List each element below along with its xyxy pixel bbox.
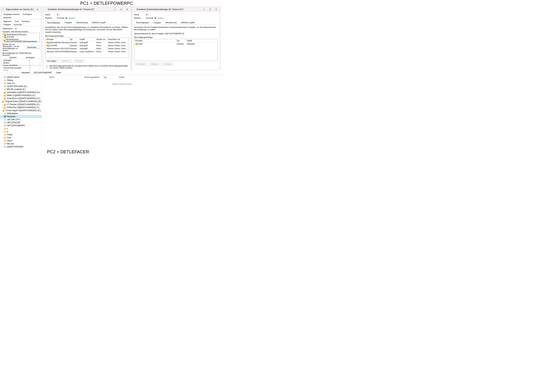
list-item[interactable]: SYSTEM (3, 36, 39, 38)
tab-kontingent[interactable]: Kontingent (21, 13, 33, 16)
chevron-icon[interactable]: › (1, 134, 3, 136)
tree-node[interactable]: ›Acer (C:) (0, 82, 42, 85)
tree-node[interactable]: ›DETLEFACER (0, 121, 42, 124)
add-button[interactable]: Hinzufügen (45, 60, 58, 62)
tab-freigabe[interactable]: Freigabe (151, 21, 163, 24)
chevron-icon[interactable]: › (1, 80, 3, 81)
maximize-button[interactable]: ▢ (207, 7, 213, 11)
remove-button[interactable]: Entfernen (149, 62, 160, 65)
tree-node[interactable]: ›Public (0, 133, 42, 136)
chevron-icon[interactable]: › (1, 113, 3, 114)
replace-checkbox-row[interactable]: Alle Berechtigungseinträge für untergeor… (45, 64, 129, 71)
tree-node[interactable]: ›fritz.box (0, 142, 42, 145)
chevron-icon[interactable]: › (1, 91, 3, 93)
tab-freigabe[interactable]: Freigabe (2, 23, 12, 26)
table-row[interactable]: SYSTEMZulassenVollzugriffKeineDiesen Ord… (45, 44, 129, 47)
tree-node[interactable]: ›Users (0, 139, 42, 142)
nav-recent-icon[interactable]: ⌄ (10, 71, 12, 74)
table-row[interactable]: Authentifizierte BenutzerZulassenVollzug… (45, 41, 129, 44)
chevron-icon[interactable]: ⌄ (1, 116, 3, 118)
entries-table[interactable]: Prinzipal Typ Zugriff JederZulassenVollz… (134, 39, 218, 61)
minimize-button[interactable]: — (112, 7, 118, 11)
view-button[interactable]: Anzeigen (162, 62, 173, 65)
breadcrumb[interactable]: DETLEFPOWERPC (34, 71, 52, 74)
titlebar[interactable]: Eigenschaften von Volume (D:) ✕ (1, 7, 41, 12)
chevron-icon[interactable]: › (1, 110, 2, 111)
table-row[interactable]: JederZulassenVollzugriff (134, 42, 218, 45)
replace-checkbox[interactable] (46, 66, 48, 68)
column-headers[interactable]: Name˄ Änderungsdatum Typ Größe (42, 75, 224, 80)
nav-back-icon[interactable]: ← (1, 71, 4, 74)
tree-node[interactable]: ⌄Netzwerk (0, 115, 42, 118)
chevron-icon[interactable]: › (1, 146, 3, 148)
titlebar[interactable]: Erweiterte Sicherheitseinstellungen für … (43, 7, 131, 12)
tree-node[interactable]: ›IT-Themen (\\QNAP3-HS453DX) (X:) (0, 103, 42, 106)
close-button[interactable]: ✕ (34, 7, 40, 11)
chevron-icon[interactable]: › (1, 137, 3, 139)
tree-node[interactable]: ›Videos (0, 79, 42, 82)
chevron-icon[interactable]: › (1, 140, 3, 142)
tab-allgemein[interactable]: Allgemein (2, 20, 13, 23)
tab-berechtigungen[interactable]: Berechtigungen (134, 21, 151, 24)
tree-node[interactable]: ›d (0, 130, 42, 133)
chevron-icon[interactable]: › (1, 98, 3, 99)
tree-node[interactable]: ›c (0, 127, 42, 130)
tree-node[interactable]: ›iTunes-Apple (\\QNAP3-HS453DX) (Z:) (0, 109, 42, 112)
tree-node[interactable]: ›Final-Filme (\\QNAP3-HS453DX) (V:) (0, 97, 42, 100)
chevron-icon[interactable]: › (1, 119, 3, 121)
tab-hardware[interactable]: Hardware (20, 20, 31, 23)
list-item[interactable]: Administratoren (DETLEFPOWERPC\Administr… (3, 38, 39, 42)
chevron-icon[interactable]: ⌄ (1, 125, 3, 127)
table-row[interactable]: Benutzer (DETLEFPOWERPC\Ben...ZulassenLe… (45, 50, 129, 53)
address-bar[interactable]: ← → ⌄ ↑ › Netzwerk › DETLEFPOWERPC › Use… (0, 70, 224, 75)
tree-node[interactable]: ›Bilder (\\QNAP3-HS453DX) (U:) (0, 94, 42, 97)
chevron-icon[interactable]: › (1, 89, 3, 90)
chevron-icon[interactable]: › (1, 107, 3, 109)
list-item[interactable]: Authentifizierte Benutzer (3, 33, 39, 36)
nav-up-icon[interactable]: ↑ (13, 71, 16, 74)
chevron-icon[interactable]: › (1, 101, 1, 102)
tree-node[interactable]: ›192-168-178-1 (0, 118, 42, 121)
tab-effektiver-zugriff[interactable]: Effektiver Zugriff (179, 21, 197, 24)
tree-node[interactable]: ›BD-RE-Laufwerk (F:) (0, 88, 42, 91)
tree-node[interactable]: ⌄DETLEFPOWERPC (0, 124, 42, 127)
tree-node[interactable]: ›Bibliotheken (0, 112, 42, 115)
chevron-icon[interactable]: › (1, 85, 3, 87)
breadcrumb[interactable]: Users (56, 71, 61, 74)
close-button[interactable]: ✕ (124, 7, 130, 11)
chevron-icon[interactable]: › (1, 94, 3, 96)
tab-sicherheit[interactable]: Sicherheit (12, 23, 23, 26)
tab-effektiver-zugriff[interactable]: Effektiver Zugriff (90, 21, 108, 24)
tree-node[interactable]: ›QNAP3-HS453DX (0, 145, 42, 148)
groups-listbox[interactable]: Authentifizierte Benutzer SYSTEM Adminis… (2, 33, 40, 42)
tree-node[interactable]: ›Immobilien (\\QNAP3-HS453DX) (S:) (0, 91, 42, 94)
edit-button[interactable]: Bearbeiten... (26, 46, 40, 49)
chevron-icon[interactable]: › (1, 76, 3, 78)
change-owner-link[interactable]: Ändern (158, 17, 164, 19)
entries-table[interactable]: Prinzipal Typ Zugriff Geerbt von Anwende… (45, 38, 129, 58)
remove-button[interactable]: Entfernen (60, 60, 72, 62)
chevron-icon[interactable]: › (1, 82, 3, 84)
maximize-button[interactable]: ▢ (118, 7, 124, 11)
chevron-icon[interactable]: › (1, 104, 3, 105)
view-button[interactable]: Anzeigen (73, 60, 85, 62)
minimize-button[interactable]: — (201, 7, 207, 11)
tree-node[interactable]: ›QNAP3-453X (0, 76, 42, 79)
tab-anpassen[interactable]: Anpassen (2, 16, 13, 19)
chevron-icon[interactable]: › (1, 131, 3, 133)
tab-freigabe[interactable]: Freigabe (62, 21, 74, 24)
add-button[interactable]: Hinzufügen (134, 62, 147, 65)
tab-vorgaengerversionen[interactable]: Vorgängerversionen (2, 13, 21, 16)
close-button[interactable]: ✕ (213, 7, 219, 11)
tree-node[interactable]: ›ACER-SSD-Daten (E:) (0, 85, 42, 88)
nav-forward-icon[interactable]: → (5, 71, 8, 74)
chevron-icon[interactable]: › (1, 122, 3, 124)
tab-tools[interactable]: Tools (13, 20, 20, 23)
nav-tree[interactable]: ›QNAP3-453X›Videos›Acer (C:)›ACER-SSD-Da… (0, 75, 42, 156)
tree-node[interactable]: ›User (0, 136, 42, 139)
tree-node[interactable]: ›PriPerThe (\\QNAP3-HS453DX) (Y:) (0, 106, 42, 109)
chevron-icon[interactable]: › (1, 128, 3, 130)
tab-ueberwachung[interactable]: Überwachung (74, 21, 90, 24)
tree-node[interactable]: ›Original-Filme (\\QNAP3-HS453DX) (W:) (0, 100, 42, 103)
tab-berechtigungen[interactable]: Berechtigungen (45, 21, 62, 24)
